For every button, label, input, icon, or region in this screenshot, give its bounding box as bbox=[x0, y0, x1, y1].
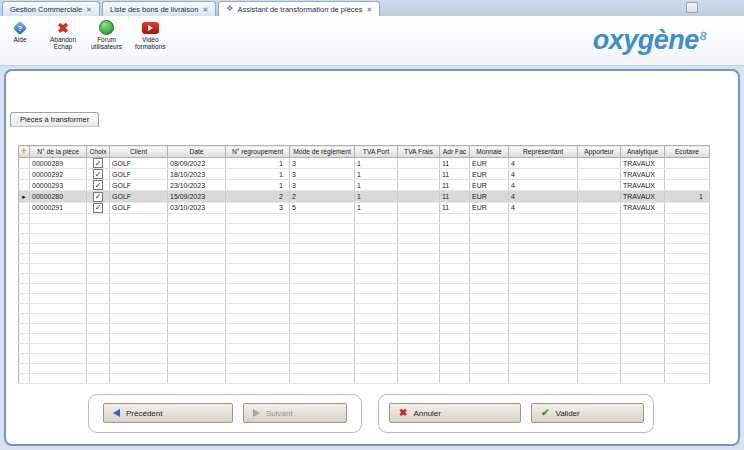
cell-adr_fac bbox=[440, 263, 470, 273]
cell-tva_port bbox=[355, 253, 398, 263]
cell-client bbox=[110, 243, 168, 253]
cell-regroupement bbox=[226, 293, 290, 303]
suivant-label: Suivant bbox=[266, 409, 293, 418]
empty-table-row[interactable] bbox=[19, 293, 710, 303]
empty-table-row[interactable] bbox=[19, 323, 710, 333]
empty-table-row[interactable] bbox=[19, 353, 710, 363]
tab-assistant-transformation[interactable]: ❖ Assistant de transformation de pièces … bbox=[218, 1, 380, 16]
column-header-monnaie[interactable]: Monnaie bbox=[470, 146, 509, 158]
column-header-analytique[interactable]: Analytique bbox=[621, 146, 665, 158]
column-header-date[interactable]: Date bbox=[168, 146, 226, 158]
empty-table-row[interactable] bbox=[19, 333, 710, 343]
cell-mode_reglement bbox=[290, 223, 355, 233]
cell-representant bbox=[509, 313, 578, 323]
add-row-button[interactable]: + bbox=[19, 146, 30, 158]
column-header-regroupement[interactable]: N° regroupement bbox=[226, 146, 290, 158]
row-checkbox[interactable]: ✓ bbox=[93, 203, 103, 213]
empty-table-row[interactable] bbox=[19, 373, 710, 383]
column-header-piece[interactable]: N° de la pièce bbox=[30, 146, 87, 158]
cell-tva_frais bbox=[398, 263, 440, 273]
cell-date bbox=[168, 273, 226, 283]
row-checkbox[interactable]: ✓ bbox=[93, 158, 103, 168]
cell-analytique: TRAVAUX bbox=[621, 180, 665, 191]
cell-client bbox=[110, 313, 168, 323]
cell-regroupement bbox=[226, 253, 290, 263]
empty-table-row[interactable] bbox=[19, 283, 710, 293]
abandon-button[interactable]: ✖ AbandonÉchap bbox=[48, 19, 78, 51]
cell-adr_fac bbox=[440, 343, 470, 353]
cell-monnaie bbox=[470, 303, 509, 313]
table-row[interactable]: ►00000280✓GOLF15/09/202322111EUR4TRAVAUX… bbox=[19, 191, 710, 202]
cell-choix: ✓ bbox=[87, 202, 110, 213]
row-checkbox[interactable]: ✓ bbox=[93, 169, 103, 179]
empty-table-row[interactable] bbox=[19, 233, 710, 243]
column-header-mode_reglement[interactable]: Mode de règlement bbox=[290, 146, 355, 158]
cell-ecotaxe bbox=[665, 343, 710, 353]
cell-piece bbox=[30, 273, 87, 283]
empty-table-row[interactable] bbox=[19, 213, 710, 223]
cell-representant bbox=[509, 263, 578, 273]
oxygene-logo: oxygène8 bbox=[593, 25, 706, 56]
tab-gestion-commerciale[interactable]: Gestion Commerciale ✕ bbox=[2, 1, 100, 16]
empty-table-row[interactable] bbox=[19, 243, 710, 253]
cell-ecotaxe bbox=[665, 243, 710, 253]
cell-choix bbox=[87, 243, 110, 253]
column-header-apporteur[interactable]: Apporteur bbox=[578, 146, 621, 158]
cell-tva_frais bbox=[398, 202, 440, 213]
table-row[interactable]: 00000292✓GOLF18/10/202313111EUR4TRAVAUX bbox=[19, 169, 710, 180]
cell-representant bbox=[509, 303, 578, 313]
column-header-tva_port[interactable]: TVA Port bbox=[355, 146, 398, 158]
cell-tva_frais bbox=[398, 363, 440, 373]
empty-table-row[interactable] bbox=[19, 363, 710, 373]
table-row[interactable]: 00000293✓GOLF23/10/202313111EUR4TRAVAUX bbox=[19, 180, 710, 191]
video-button[interactable]: Vidéoformations bbox=[135, 19, 165, 51]
cell-adr_fac: 11 bbox=[440, 202, 470, 213]
forum-button[interactable]: Forumutilisateurs bbox=[91, 19, 122, 51]
page-tab-pieces-a-transformer[interactable]: Pièces à transformer bbox=[10, 112, 99, 127]
suivant-button[interactable]: Suivant bbox=[243, 403, 347, 423]
cell-adr_fac bbox=[440, 243, 470, 253]
column-header-tva_frais[interactable]: TVA Frais bbox=[398, 146, 440, 158]
valider-button[interactable]: ✔ Valider bbox=[531, 403, 644, 423]
close-icon[interactable]: ✕ bbox=[202, 6, 208, 13]
empty-table-row[interactable] bbox=[19, 303, 710, 313]
tab-liste-bons-livraison[interactable]: Liste des bons de livraison ✕ bbox=[102, 1, 216, 16]
table-row[interactable]: 00000291✓GOLF03/10/202335111EUR4TRAVAUX bbox=[19, 202, 710, 213]
row-marker-cell bbox=[19, 253, 30, 263]
precedent-button[interactable]: Précédent bbox=[103, 403, 233, 423]
cell-client: GOLF bbox=[110, 158, 168, 169]
navigation-group: Précédent Suivant bbox=[88, 394, 362, 433]
cell-piece bbox=[30, 223, 87, 233]
window-menu-icon[interactable] bbox=[686, 2, 698, 13]
annuler-button[interactable]: ✖ Annuler bbox=[389, 403, 521, 423]
empty-table-row[interactable] bbox=[19, 313, 710, 323]
aide-button[interactable]: ? Aide bbox=[5, 19, 35, 51]
row-checkbox[interactable]: ✓ bbox=[93, 192, 103, 202]
column-header-ecotaxe[interactable]: Ecotaxe bbox=[665, 146, 710, 158]
cell-mode_reglement: 3 bbox=[290, 169, 355, 180]
cell-adr_fac: 11 bbox=[440, 158, 470, 169]
cell-tva_frais bbox=[398, 243, 440, 253]
cell-adr_fac bbox=[440, 373, 470, 383]
empty-table-row[interactable] bbox=[19, 273, 710, 283]
toolbar-buttons: ? Aide ✖ AbandonÉchap Forumutilisateurs … bbox=[5, 19, 165, 51]
column-header-choix[interactable]: Choix bbox=[87, 146, 110, 158]
check-icon: ✔ bbox=[541, 408, 549, 418]
column-header-representant[interactable]: Représentant bbox=[509, 146, 578, 158]
close-icon[interactable]: ✕ bbox=[367, 6, 373, 13]
cell-monnaie bbox=[470, 363, 509, 373]
row-checkbox[interactable]: ✓ bbox=[93, 180, 103, 190]
column-header-client[interactable]: Client bbox=[110, 146, 168, 158]
empty-table-row[interactable] bbox=[19, 263, 710, 273]
empty-table-row[interactable] bbox=[19, 223, 710, 233]
close-icon[interactable]: ✕ bbox=[86, 6, 92, 13]
table-row[interactable]: 00000289✓GOLF08/09/202313111EUR4TRAVAUX bbox=[19, 158, 710, 169]
cell-mode_reglement bbox=[290, 363, 355, 373]
empty-table-row[interactable] bbox=[19, 253, 710, 263]
cell-representant bbox=[509, 323, 578, 333]
cell-adr_fac: 11 bbox=[440, 191, 470, 202]
column-header-adr_fac[interactable]: Adr Fac bbox=[440, 146, 470, 158]
cell-adr_fac bbox=[440, 223, 470, 233]
cell-choix bbox=[87, 263, 110, 273]
empty-table-row[interactable] bbox=[19, 343, 710, 353]
